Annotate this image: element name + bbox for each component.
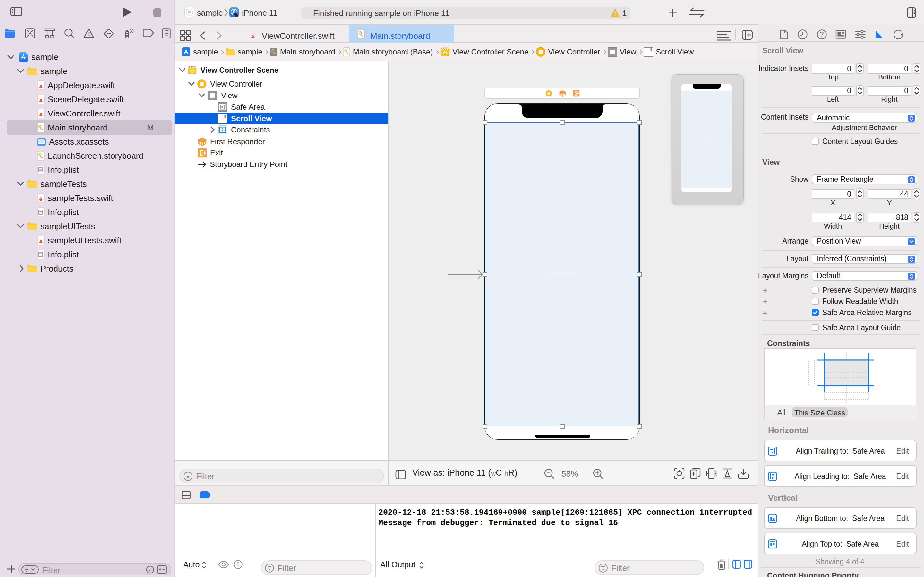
svg-text:1: 1	[203, 141, 205, 145]
